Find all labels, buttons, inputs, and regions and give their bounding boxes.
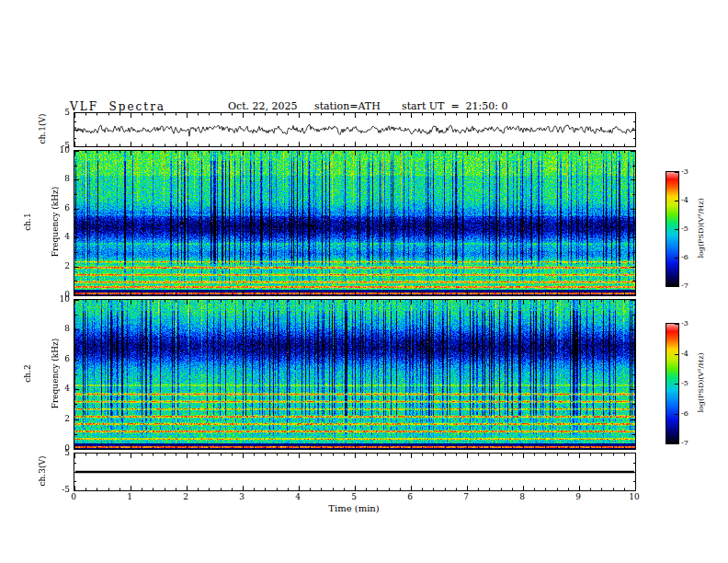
- ch1-waveform-canvas: [74, 113, 635, 146]
- colorbar-tick-label: -6: [681, 253, 698, 262]
- ch1-waveform-panel: [74, 112, 636, 147]
- ch1-frequency-axis-label-channel: ch.1: [23, 187, 32, 258]
- colorbar-ch2: [665, 323, 679, 444]
- station-label: station=ATH: [314, 100, 381, 112]
- colorbar-tick-label: -5: [681, 379, 698, 388]
- y-tick-label: 8: [48, 174, 70, 183]
- ch1-voltage-axis-label: ch.1(V): [38, 114, 47, 144]
- plot-date: Oct. 22, 2025: [228, 100, 298, 112]
- ch1-frequency-axis-label-axis: Frequency (kHz): [51, 187, 60, 258]
- x-tick-label: 10: [623, 492, 645, 501]
- x-tick-label: 4: [287, 492, 309, 501]
- x-tick-label: 2: [175, 492, 197, 501]
- ch1-frequency-axis-label: ch.1 Frequency (kHz): [5, 187, 78, 258]
- colorbar-tick-label: -4: [681, 196, 698, 205]
- y-tick-label: 4: [48, 232, 70, 241]
- colorbar-tick-label: -3: [681, 167, 698, 177]
- x-tick-label: 9: [567, 492, 589, 501]
- ch1-spectrogram-canvas: [74, 151, 635, 295]
- ch2-spectrogram-canvas: [74, 300, 635, 449]
- colorbar-tick-label: -7: [681, 282, 698, 291]
- colorbar-tick-label: -5: [681, 224, 698, 234]
- y-tick-label: 5: [48, 108, 70, 117]
- y-tick-label: -5: [48, 485, 70, 494]
- colorbar-tick-label: -7: [681, 439, 698, 448]
- colorbar-tick-label: -6: [681, 409, 698, 419]
- colorbar-label-ch2: log(PSD)(V²/Hz): [697, 352, 706, 412]
- colorbar-label-ch1: log(PSD)(V²/Hz): [697, 198, 706, 258]
- x-tick-label: 6: [399, 492, 421, 501]
- x-tick-label: 8: [511, 492, 533, 501]
- ch1-spectrogram-panel: [74, 150, 636, 296]
- y-tick-label: 5: [48, 448, 70, 457]
- colorbar-tick-label: -4: [681, 350, 698, 359]
- x-tick-label: 3: [231, 492, 253, 501]
- y-tick-label: 6: [48, 203, 70, 213]
- ch2-frequency-axis-label: ch.2 Frequency (kHz): [5, 339, 78, 409]
- plot-title: VLF Spectra: [70, 100, 165, 113]
- ch2-frequency-axis-label-channel: ch.2: [23, 339, 32, 409]
- ch3-waveform-panel: [74, 453, 636, 491]
- colorbar-tick-label: -3: [681, 319, 698, 328]
- y-tick-label: 2: [48, 414, 70, 423]
- colorbar-ch1: [665, 171, 679, 287]
- y-tick-label: -5: [48, 141, 70, 150]
- y-tick-label: 2: [48, 261, 70, 270]
- y-tick-label: 10: [48, 294, 70, 304]
- start-ut-label: start UT = 21:50: 0: [402, 100, 508, 112]
- ch3-voltage-axis-label: ch.3(V): [38, 456, 47, 487]
- x-tick-label: 7: [455, 492, 477, 501]
- ch3-waveform-canvas: [74, 454, 635, 490]
- time-axis-label: Time (min): [74, 503, 634, 513]
- y-tick-label: 4: [48, 384, 70, 393]
- y-tick-label: 6: [48, 354, 70, 363]
- y-tick-label: 8: [48, 324, 70, 333]
- ch2-spectrogram-panel: [74, 299, 636, 450]
- x-tick-label: 5: [343, 492, 365, 501]
- x-tick-label: 1: [119, 492, 141, 501]
- ch2-frequency-axis-label-axis: Frequency (kHz): [51, 339, 60, 409]
- vlf-spectra-figure: VLF Spectra Oct. 22, 2025 station=ATH st…: [0, 0, 728, 563]
